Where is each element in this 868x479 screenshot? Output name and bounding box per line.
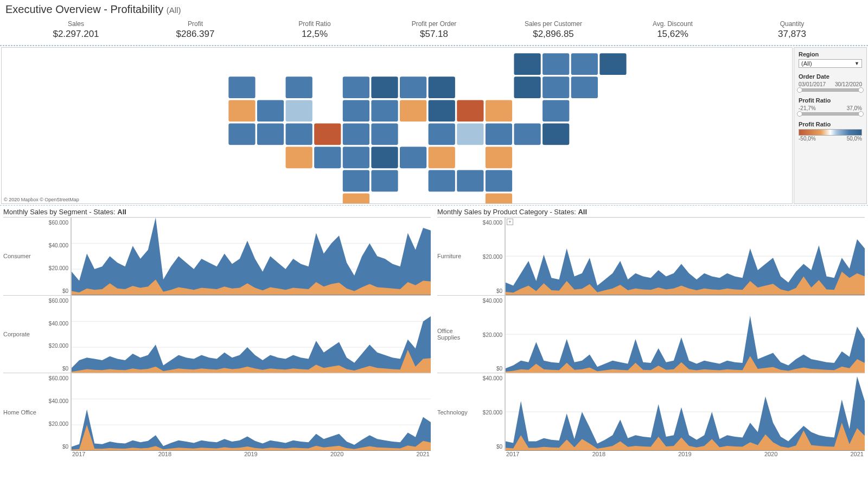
state-ND[interactable] bbox=[342, 76, 370, 99]
state-OH[interactable] bbox=[457, 100, 484, 122]
plot[interactable]: + bbox=[505, 218, 865, 295]
state-RI[interactable] bbox=[571, 76, 598, 99]
state-SD[interactable] bbox=[342, 100, 370, 122]
x-axis: 20172018201920202021 bbox=[437, 451, 865, 461]
x-tick: 2020 bbox=[764, 451, 777, 461]
legend-gradient bbox=[799, 129, 862, 136]
facet-label: Technology bbox=[437, 373, 475, 451]
state-MD[interactable] bbox=[514, 123, 541, 145]
plot[interactable] bbox=[71, 296, 431, 373]
us-map[interactable] bbox=[2, 48, 792, 203]
state-NV[interactable] bbox=[257, 123, 284, 145]
kpi-label: Profit per Order bbox=[374, 20, 494, 28]
state-MA[interactable] bbox=[571, 53, 598, 75]
state-IN[interactable] bbox=[428, 100, 456, 122]
state-GA[interactable] bbox=[457, 170, 484, 192]
state-TX[interactable] bbox=[342, 193, 370, 203]
plot[interactable] bbox=[505, 373, 865, 451]
state-KS[interactable] bbox=[342, 146, 370, 169]
kpi-value: 15,62% bbox=[613, 29, 732, 40]
state-VA[interactable] bbox=[485, 123, 513, 145]
state-ME[interactable] bbox=[599, 53, 627, 75]
profit-ratio-slider[interactable] bbox=[799, 112, 862, 116]
segment-charts: Monthly Sales by Segment - States: All C… bbox=[0, 206, 434, 462]
profit-ratio-handle-max[interactable] bbox=[858, 111, 864, 117]
category-charts-title: Monthly Sales by Product Category - Stat… bbox=[437, 208, 865, 216]
kpi-label: Profit Ratio bbox=[255, 20, 374, 28]
state-WY[interactable] bbox=[285, 100, 313, 122]
state-WI[interactable] bbox=[399, 76, 427, 99]
state-NE[interactable] bbox=[342, 123, 370, 145]
order-date-from: 03/01/2017 bbox=[799, 81, 826, 87]
state-CA[interactable] bbox=[228, 123, 256, 145]
kpi-value: $2,896.85 bbox=[494, 29, 613, 40]
order-date-handle-max[interactable] bbox=[858, 87, 864, 93]
state-CO[interactable] bbox=[314, 123, 341, 145]
map-attribution: © 2020 Mapbox © OpenStreetMap bbox=[4, 197, 79, 202]
order-date-slider[interactable] bbox=[799, 88, 862, 92]
state-KY[interactable] bbox=[428, 123, 456, 145]
profit-ratio-handle-min[interactable] bbox=[797, 111, 802, 117]
state-NJ[interactable] bbox=[542, 100, 570, 122]
facet-label: Consumer bbox=[3, 218, 41, 295]
kpi-profit-per-order: Profit per Order$57.18 bbox=[374, 20, 494, 40]
plot[interactable] bbox=[71, 373, 431, 451]
state-PA[interactable] bbox=[485, 100, 513, 122]
state-TN[interactable] bbox=[428, 146, 456, 169]
state-WA[interactable] bbox=[228, 76, 256, 99]
filter-region: Region (All) ▼ bbox=[799, 51, 862, 68]
state-WV[interactable] bbox=[457, 123, 484, 145]
state-LA[interactable] bbox=[371, 170, 399, 192]
order-date-handle-min[interactable] bbox=[797, 87, 802, 93]
kpi-label: Quantity bbox=[732, 20, 852, 28]
y-axis: $40.000$20.000$0 bbox=[475, 373, 505, 451]
state-OK[interactable] bbox=[342, 170, 370, 192]
filter-order-date: Order Date 03/01/2017 30/12/2020 bbox=[799, 73, 862, 92]
category-charts: Monthly Sales by Product Category - Stat… bbox=[434, 206, 868, 462]
map-panel[interactable]: © 2020 Mapbox © OpenStreetMap bbox=[1, 47, 793, 204]
kpi-quantity: Quantity37,873 bbox=[732, 20, 852, 40]
state-AR[interactable] bbox=[371, 146, 399, 169]
x-tick: 2021 bbox=[851, 451, 864, 461]
state-UT[interactable] bbox=[285, 123, 313, 145]
title-main: Executive Overview - Profitability bbox=[5, 3, 163, 15]
region-dropdown-value: (All) bbox=[801, 60, 812, 67]
state-OR[interactable] bbox=[228, 100, 256, 122]
state-MT[interactable] bbox=[285, 76, 313, 99]
state-CT[interactable] bbox=[542, 76, 570, 99]
state-FL[interactable] bbox=[485, 193, 513, 203]
state-IA[interactable] bbox=[371, 100, 399, 122]
kpi-label: Sales bbox=[16, 20, 136, 28]
order-date-to: 30/12/2020 bbox=[835, 81, 862, 87]
state-MN[interactable] bbox=[371, 76, 399, 99]
facet-office-supplies: Office Supplies$40.000$20.000$0 bbox=[437, 295, 865, 373]
state-SC[interactable] bbox=[485, 170, 513, 192]
state-VT[interactable] bbox=[514, 53, 541, 75]
state-DE[interactable] bbox=[542, 123, 570, 145]
state-NM[interactable] bbox=[314, 146, 341, 169]
state-MS[interactable] bbox=[399, 146, 427, 169]
state-MI[interactable] bbox=[428, 76, 456, 99]
expand-icon[interactable]: + bbox=[507, 219, 513, 225]
facet-home-office: Home Office$60.000$40.000$20.000$0 bbox=[3, 373, 431, 451]
filter-profit-ratio: Profit Ratio -21,7% 37,0% bbox=[799, 97, 862, 116]
state-MO[interactable] bbox=[371, 123, 399, 145]
y-axis: $60.000$40.000$20.000$0 bbox=[41, 218, 71, 295]
state-IL[interactable] bbox=[399, 100, 427, 122]
region-dropdown[interactable]: (All) ▼ bbox=[799, 59, 862, 68]
plot[interactable] bbox=[71, 218, 431, 295]
state-NC[interactable] bbox=[485, 146, 513, 169]
filter-region-title: Region bbox=[799, 51, 862, 58]
state-NH[interactable] bbox=[542, 53, 570, 75]
kpi-avg-discount: Avg. Discount15,62% bbox=[613, 20, 732, 40]
plot[interactable] bbox=[505, 296, 865, 373]
segment-charts-title: Monthly Sales by Segment - States: All bbox=[3, 208, 431, 216]
legend-min: -50,0% bbox=[799, 136, 816, 142]
state-AL[interactable] bbox=[428, 170, 456, 192]
kpi-value: 37,873 bbox=[732, 29, 852, 40]
state-ID[interactable] bbox=[257, 100, 284, 122]
state-NY[interactable] bbox=[514, 76, 541, 99]
state-AZ[interactable] bbox=[285, 146, 313, 169]
kpi-label: Avg. Discount bbox=[613, 20, 732, 28]
kpi-profit: Profit$286.397 bbox=[136, 20, 255, 40]
